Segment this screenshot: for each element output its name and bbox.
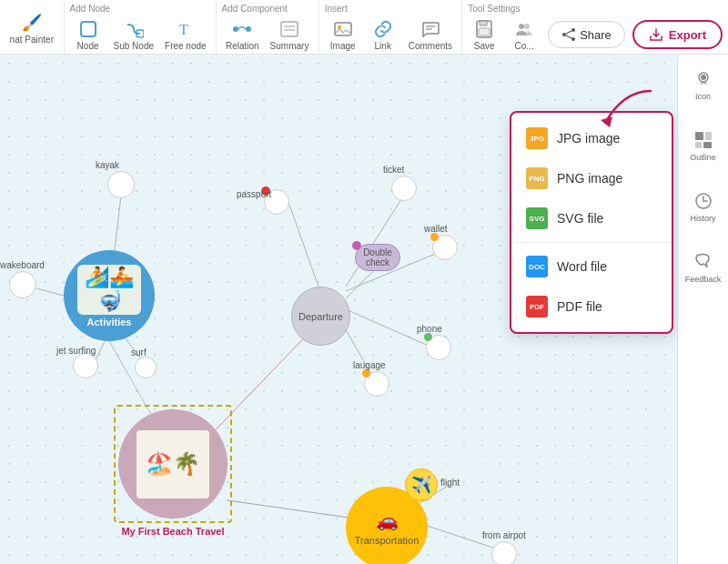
svg-rect-42 xyxy=(695,142,702,148)
canvas[interactable]: 🏄🚣🤿 Activities kayak wakeboard jet surfi… xyxy=(0,55,728,564)
export-pdf-button[interactable]: PDF PDF file xyxy=(511,287,672,327)
export-icon xyxy=(649,27,663,42)
comments-icon xyxy=(420,18,441,40)
flight-node[interactable]: ✈️ xyxy=(405,468,438,501)
outline-sidebar-label: Outline xyxy=(690,153,716,162)
export-pdf-label: PDF file xyxy=(557,299,602,314)
node-button[interactable]: Node xyxy=(69,15,107,54)
export-jpg-label: JPG image xyxy=(557,131,620,146)
transportation-label: Transportation xyxy=(355,535,420,546)
share-icon xyxy=(561,27,576,42)
icon-sidebar-icon xyxy=(693,69,713,89)
share-button[interactable]: Share xyxy=(548,21,625,48)
export-png-label: PNG image xyxy=(557,171,622,186)
free-node-label: Free node xyxy=(165,41,207,51)
svg-rect-0 xyxy=(81,22,96,36)
departure-node[interactable]: Departure xyxy=(291,287,350,346)
activities-node[interactable]: 🏄🚣🤿 Activities xyxy=(64,250,155,341)
add-component-section: Add Component Relation Summary xyxy=(217,0,319,54)
svg-icon: SVG xyxy=(526,207,548,229)
image-label: Image xyxy=(330,41,356,51)
double-check-label: Double check xyxy=(356,247,399,267)
export-word-button[interactable]: DOC Word file xyxy=(511,247,672,287)
phone-node[interactable] xyxy=(426,335,451,360)
node-icon xyxy=(77,18,99,40)
format-painter-button[interactable]: 🖌️ nat Painter xyxy=(5,9,58,47)
link-button[interactable]: Link xyxy=(364,15,402,54)
tool-settings-title: Tool Settings xyxy=(468,4,520,14)
ticket-node[interactable] xyxy=(391,176,417,201)
double-check-node[interactable]: Double check xyxy=(355,244,400,271)
ticket-label: ticket xyxy=(383,165,404,175)
sub-node-icon xyxy=(123,18,145,40)
export-dropdown: JPG JPG image PNG PNG image SVG SVG file… xyxy=(510,111,673,334)
kayak-node[interactable] xyxy=(107,171,135,198)
svg-line-30 xyxy=(346,267,378,298)
svg-rect-41 xyxy=(705,132,712,140)
history-sidebar-button[interactable]: History xyxy=(681,186,726,228)
png-icon: PNG xyxy=(526,167,548,189)
svg-line-32 xyxy=(346,189,408,287)
svg-line-20 xyxy=(566,31,571,34)
pdf-icon: PDF xyxy=(526,296,548,317)
export-label: Export xyxy=(669,28,706,42)
passport-label: passport xyxy=(237,189,271,199)
add-component-title: Add Component xyxy=(222,4,288,14)
phone-label: phone xyxy=(417,324,442,334)
wallet-node[interactable] xyxy=(432,235,458,260)
export-png-button[interactable]: PNG PNG image xyxy=(511,158,672,198)
add-node-section: Add Node Node Sub Node T Free node xyxy=(65,0,217,54)
svg-line-21 xyxy=(566,35,571,38)
format-painter-section: 🖌️ nat Painter xyxy=(0,0,65,54)
kayak-label: kayak xyxy=(96,160,119,170)
flight-label: flight xyxy=(440,478,460,488)
svg-rect-8 xyxy=(335,23,351,35)
jet-surfing-node[interactable] xyxy=(73,353,98,378)
sub-node-label: Sub Node xyxy=(114,41,154,51)
laugage-label: laugage xyxy=(353,360,386,370)
jet-surfing-label: jet surfing xyxy=(56,346,96,356)
svg-line-31 xyxy=(289,205,318,287)
insert-section: Insert Image Link Comments xyxy=(319,0,462,54)
co-button[interactable]: Co... xyxy=(508,15,541,54)
feedback-sidebar-icon xyxy=(693,252,713,272)
free-node-button[interactable]: T Free node xyxy=(160,15,211,54)
export-button[interactable]: Export xyxy=(632,20,723,49)
icon-sidebar-button[interactable]: Icon xyxy=(681,64,726,106)
wakeboard-node[interactable] xyxy=(9,271,36,298)
save-label: Save xyxy=(474,41,495,51)
tool-settings-section: Tool Settings Save Co... Share Export xyxy=(462,0,728,54)
outline-sidebar-button[interactable]: Outline xyxy=(681,125,726,167)
svg-point-3 xyxy=(233,26,238,32)
toolbar: 🖌️ nat Painter Add Node Node Sub Node xyxy=(0,0,728,55)
export-svg-button[interactable]: SVG SVG file xyxy=(511,198,672,238)
export-jpg-button[interactable]: JPG JPG image xyxy=(511,118,672,158)
summary-icon xyxy=(278,18,300,40)
svg-text:T: T xyxy=(179,22,188,37)
export-separator xyxy=(511,242,672,243)
relation-label: Relation xyxy=(226,41,259,51)
svg-point-16 xyxy=(524,24,530,29)
sub-node-button[interactable]: Sub Node xyxy=(109,15,158,54)
svg-rect-13 xyxy=(480,21,487,25)
insert-title: Insert xyxy=(325,4,348,14)
beach-travel-node[interactable]: 🏖️🌴 xyxy=(118,409,228,519)
format-painter-label: nat Painter xyxy=(10,35,54,45)
feedback-sidebar-button[interactable]: Feedback xyxy=(681,247,726,289)
from-airport-node[interactable] xyxy=(491,541,517,564)
svg-point-38 xyxy=(701,75,706,80)
laugage-node[interactable] xyxy=(364,371,389,397)
wallet-label: wallet xyxy=(424,224,448,234)
image-button[interactable]: Image xyxy=(324,15,362,54)
wakeboard-label: wakeboard xyxy=(0,260,45,270)
relation-button[interactable]: Relation xyxy=(221,15,264,54)
surf-node[interactable] xyxy=(135,357,157,378)
svg-point-4 xyxy=(246,26,251,32)
export-svg-label: SVG file xyxy=(557,211,603,226)
image-icon xyxy=(332,18,354,40)
share-label: Share xyxy=(580,28,612,42)
svg-point-15 xyxy=(519,24,524,29)
summary-button[interactable]: Summary xyxy=(266,15,314,54)
comments-button[interactable]: Comments xyxy=(404,15,457,54)
save-button[interactable]: Save xyxy=(468,15,500,54)
